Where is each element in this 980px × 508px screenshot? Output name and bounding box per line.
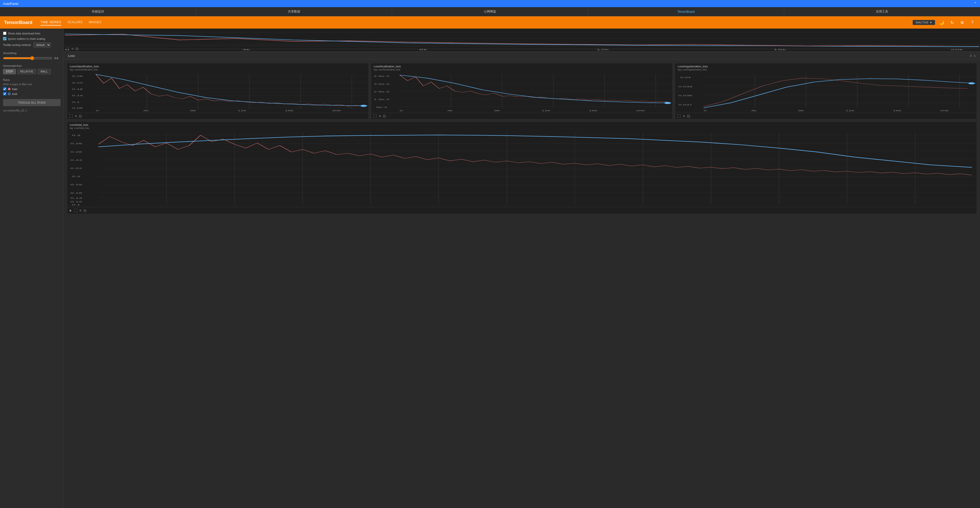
chart-area-total: 0.3 0.28 0.26 0.24 0.22 0.2 0.18 0.16 0.…: [67, 130, 977, 207]
tab-scalars[interactable]: SCALARS: [67, 19, 83, 25]
expand-regularization-icon[interactable]: ⛶: [677, 114, 681, 118]
collapse-icon[interactable]: ∧: [974, 54, 976, 58]
tooltip-label: Tooltip sorting method:: [3, 43, 32, 46]
chart-title-classification: Loss/classification_loss: [67, 63, 369, 68]
top-chart-area: 0 4k 8k 12k 16k 20k ⛶ ≡ ⊡: [64, 29, 980, 52]
run-train-dot: [8, 88, 11, 90]
ignore-outliers-row: Ignore outliers in chart scaling: [3, 37, 60, 40]
inactive-badge[interactable]: INACTIVE ▼: [913, 20, 935, 25]
nav-item-tensorboard[interactable]: TensorBoard: [588, 7, 784, 16]
chart-subtitle-classification: tag: Loss/classification_loss: [67, 68, 369, 72]
chart-card-localization: Loss/localization_loss tag: Loss/localiz…: [371, 63, 673, 119]
svg-text:20k: 20k: [636, 110, 645, 111]
lines-total-icon[interactable]: ≡: [80, 208, 81, 213]
axis-btn-wall[interactable]: WALL: [38, 69, 51, 74]
localization-toolbar: ⛶ ≡ ⊡: [371, 113, 673, 119]
svg-text:0.1: 0.1: [72, 101, 80, 103]
svg-text:12k: 12k: [542, 110, 551, 111]
lines-localization-icon[interactable]: ≡: [379, 114, 381, 118]
help-icon[interactable]: ?: [969, 19, 976, 26]
svg-text:0.2: 0.2: [72, 175, 80, 178]
lines-classification-icon[interactable]: ≡: [75, 114, 77, 118]
total-toolbar: ● ⛶ ≡ ⊡: [67, 207, 977, 214]
camera-localization-icon[interactable]: ⊡: [383, 114, 386, 118]
svg-text:0.18: 0.18: [72, 88, 83, 90]
tab-images[interactable]: IMAGES: [89, 19, 102, 25]
svg-text:0.28: 0.28: [70, 142, 82, 144]
show-download-checkbox[interactable]: [3, 32, 6, 35]
chart-card-regularization: Loss/regularization_loss tag: Loss/regul…: [675, 63, 977, 119]
svg-text:1.5e-3: 1.5e-3: [374, 98, 389, 100]
run-row-train: train: [3, 87, 60, 90]
svg-text:4k: 4k: [751, 110, 757, 111]
expand-chart-icon[interactable]: ⛶: [66, 47, 69, 51]
top-bar-title: AutoPanel: [3, 2, 18, 6]
smoothing-label: Smoothing: [3, 52, 60, 55]
lines-regularization-icon[interactable]: ≡: [682, 114, 685, 118]
nav-item-perf[interactable]: 性能监控: [0, 7, 196, 16]
top-bar: AutoPanel ⌃: [0, 0, 980, 7]
svg-text:0.24: 0.24: [70, 159, 82, 161]
svg-text:0.12: 0.12: [70, 200, 82, 203]
color-dot-icon: ●: [69, 208, 72, 213]
svg-text:0.06: 0.06: [72, 107, 83, 109]
toggle-all-button[interactable]: TOGGLE ALL RUNS: [3, 99, 60, 106]
show-download-row: Show data download links: [3, 32, 60, 35]
main-layout: Show data download links Ignore outliers…: [0, 29, 980, 508]
svg-text:0.22: 0.22: [72, 82, 83, 84]
svg-text:0.14: 0.14: [70, 197, 82, 199]
tab-time-series[interactable]: TIME SERIES: [41, 19, 62, 25]
svg-point-27: [360, 105, 367, 107]
camera-total-icon[interactable]: ⊡: [83, 208, 86, 213]
nav-item-cloud[interactable]: 公网网盘: [392, 7, 588, 16]
sidebar: Show data download links Ignore outliers…: [0, 29, 64, 508]
axis-btn-relative[interactable]: RELATIVE: [18, 69, 36, 74]
run-eval-checkbox[interactable]: [3, 92, 6, 95]
run-row-eval: eval: [3, 92, 60, 95]
chart-title-localization: Loss/localization_loss: [371, 63, 673, 68]
camera-regularization-icon[interactable]: ⊡: [687, 114, 690, 118]
svg-text:0: 0: [96, 110, 99, 111]
chart-card-total: Loss/total_loss tag: Loss/total_loss 0.3…: [67, 121, 977, 214]
run-train-checkbox[interactable]: [3, 87, 6, 90]
chart-card-classification: Loss/classification_loss tag: Loss/class…: [67, 63, 369, 119]
runs-filter-label: Write a regex to filter runs: [3, 83, 60, 86]
settings-icon[interactable]: ⚙: [959, 19, 966, 26]
ignore-outliers-checkbox[interactable]: [3, 37, 6, 40]
chart-camera-icon[interactable]: ⊡: [76, 47, 79, 51]
tooltip-row: Tooltip sorting method: default: [3, 42, 60, 48]
chart-lines-icon[interactable]: ≡: [72, 47, 73, 51]
expand-localization-icon[interactable]: ⛶: [373, 114, 377, 118]
tb-nav: TIME SERIES SCALARS IMAGES: [41, 19, 102, 25]
expand-total-icon[interactable]: ⛶: [74, 208, 77, 213]
dark-mode-icon[interactable]: 🌙: [938, 19, 945, 26]
svg-text:12k: 12k: [238, 110, 247, 111]
axis-btn-step[interactable]: STEP: [3, 69, 16, 74]
svg-text:3.5e-3: 3.5e-3: [374, 83, 389, 85]
svg-text:0.038: 0.038: [679, 95, 692, 97]
chart-area-regularization: 0.04 0.039 0.038 0.037: [675, 72, 977, 113]
main-content: 0 4k 8k 12k 16k 20k ⛶ ≡ ⊡ Loss 4 ∧: [64, 29, 980, 508]
chart-area-classification: 0.26 0.22 0.18 0.14 0.1 0.06: [67, 72, 369, 113]
tb-header: TensorBoard TIME SERIES SCALARS IMAGES I…: [0, 16, 980, 29]
inactive-label: INACTIVE: [915, 21, 928, 24]
h-axis-buttons: STEP RELATIVE WALL: [3, 69, 60, 74]
smoothing-slider[interactable]: [3, 56, 52, 60]
total-svg: 0.3 0.28 0.26 0.24 0.22 0.2 0.18 0.16 0.…: [68, 132, 976, 206]
tooltip-select[interactable]: default: [33, 42, 51, 48]
nav-item-share[interactable]: 共享数据: [196, 7, 392, 16]
svg-text:16k: 16k: [285, 110, 294, 111]
chart-subtitle-total: tag: Loss/total_loss: [67, 127, 977, 130]
run-eval-dot: [8, 93, 11, 95]
refresh-icon[interactable]: ↻: [948, 19, 956, 26]
camera-classification-icon[interactable]: ⊡: [79, 114, 82, 118]
svg-text:0.26: 0.26: [70, 151, 82, 153]
svg-point-49: [665, 102, 671, 104]
loss-section-header: Loss 4 ∧: [64, 52, 980, 60]
svg-text:4k: 4k: [447, 110, 453, 111]
svg-text:2.5e-3: 2.5e-3: [374, 90, 389, 93]
expand-classification-icon[interactable]: ⛶: [69, 114, 73, 118]
expand-icon[interactable]: ⌃: [974, 2, 977, 6]
nav-item-tools[interactable]: 实用工具: [784, 7, 980, 16]
chart-title-total: Loss/total_loss: [67, 122, 977, 127]
